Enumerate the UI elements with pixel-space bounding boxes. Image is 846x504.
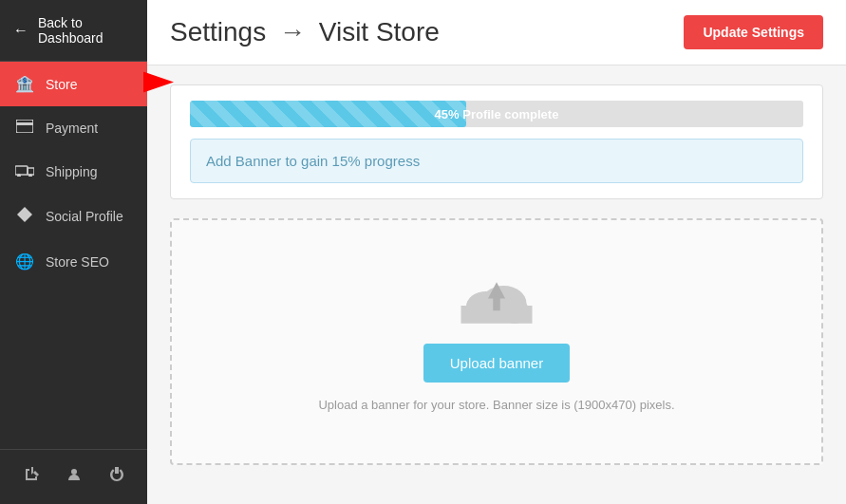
progress-bar-wrapper: 45% Profile complete xyxy=(190,101,803,127)
store-icon: 🏦 xyxy=(15,75,34,93)
svg-rect-13 xyxy=(493,296,500,310)
upload-banner-button[interactable]: Upload banner xyxy=(423,344,570,383)
svg-marker-0 xyxy=(143,71,174,92)
svg-marker-4 xyxy=(28,168,34,175)
sidebar-bottom xyxy=(0,449,147,504)
svg-rect-2 xyxy=(16,122,33,125)
sidebar-item-store-label: Store xyxy=(46,77,77,92)
progress-hint: Add Banner to gain 15% progress xyxy=(190,139,803,183)
red-arrow-svg xyxy=(143,71,174,92)
title-visit-store: Visit Store xyxy=(319,17,440,47)
progress-card: 45% Profile complete Add Banner to gain … xyxy=(170,84,823,199)
title-arrow: → xyxy=(279,17,306,47)
cloud-upload-icon xyxy=(459,271,535,328)
sidebar-item-shipping[interactable]: Shipping xyxy=(0,150,147,194)
sidebar-item-social-profile[interactable]: Social Profile xyxy=(0,194,147,239)
external-link-icon[interactable] xyxy=(16,463,47,491)
main-content: Settings → Visit Store Update Settings 4… xyxy=(147,0,846,504)
back-to-dashboard[interactable]: ← Back to Dashboard xyxy=(0,0,147,62)
user-icon[interactable] xyxy=(59,463,89,491)
sidebar-item-payment-label: Payment xyxy=(46,121,98,136)
svg-rect-3 xyxy=(15,166,28,175)
progress-bar-fill xyxy=(190,101,466,127)
title-settings: Settings xyxy=(170,17,266,47)
sidebar-item-store-seo[interactable]: 🌐 Store SEO xyxy=(0,239,147,284)
page-title: Settings → Visit Store xyxy=(170,17,440,47)
svg-rect-1 xyxy=(16,120,33,133)
sidebar-nav: 🏦 Store Payment Shipping xyxy=(0,62,147,449)
sidebar: ← Back to Dashboard 🏦 Store Payment xyxy=(0,0,147,504)
progress-hint-text: Add Banner to gain 15% progress xyxy=(206,153,420,169)
power-icon[interactable] xyxy=(102,463,132,491)
payment-icon xyxy=(15,120,34,137)
content-area: 45% Profile complete Add Banner to gain … xyxy=(147,65,846,484)
sidebar-item-store[interactable]: 🏦 Store xyxy=(0,62,147,106)
sidebar-item-store-seo-label: Store SEO xyxy=(46,254,109,270)
shipping-icon xyxy=(15,163,34,180)
upload-area[interactable]: Upload banner Upload a banner for your s… xyxy=(170,218,823,465)
progress-bar-label: 45% Profile complete xyxy=(435,107,559,121)
main-header: Settings → Visit Store Update Settings xyxy=(147,0,846,65)
cloud-icon-svg xyxy=(459,271,535,328)
store-seo-icon: 🌐 xyxy=(15,252,34,271)
sidebar-item-social-profile-label: Social Profile xyxy=(46,209,123,224)
back-label: Back to Dashboard xyxy=(38,15,134,46)
svg-point-7 xyxy=(71,469,77,475)
sidebar-item-payment[interactable]: Payment xyxy=(0,106,147,150)
store-nav-wrapper: 🏦 Store xyxy=(0,62,147,106)
update-settings-button[interactable]: Update Settings xyxy=(684,15,823,49)
sidebar-item-shipping-label: Shipping xyxy=(46,164,98,179)
red-arrow-indicator xyxy=(143,71,174,97)
upload-hint-text: Upload a banner for your store. Banner s… xyxy=(318,398,674,412)
back-arrow-icon: ← xyxy=(13,22,28,39)
social-profile-icon xyxy=(15,207,34,226)
